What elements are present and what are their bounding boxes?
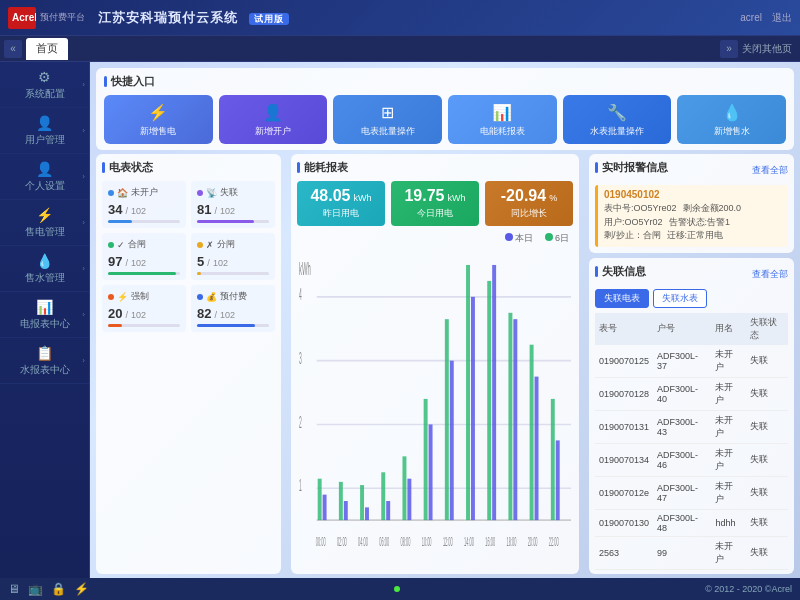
svg-rect-23: [551, 399, 555, 520]
svg-rect-15: [381, 472, 385, 520]
meter-batch-icon: ⊞: [381, 103, 394, 122]
sidebar-item-system[interactable]: ⚙ 系统配置 ›: [0, 62, 89, 108]
svg-text:16:00: 16:00: [485, 534, 495, 549]
logout-btn[interactable]: 退出: [772, 11, 792, 25]
new-account-icon: 👤: [263, 103, 283, 122]
logo-icon: Acrel: [8, 7, 36, 29]
table-row[interactable]: 0190070130ADF300L-48hdhh失联: [595, 509, 788, 536]
table-row[interactable]: 0190070131ADF300L-43未开户失联: [595, 410, 788, 443]
svg-rect-26: [365, 507, 369, 520]
logo-text: 预付费平台: [40, 12, 85, 23]
network-status: [394, 586, 400, 592]
fault-view-all[interactable]: 查看全部: [752, 268, 788, 281]
close-other-tabs-btn[interactable]: 关闭其他页: [742, 42, 792, 56]
status-card-prepaid: 💰 预付费 82 / 102: [191, 285, 275, 332]
energy-report-icon: 📊: [492, 103, 512, 122]
quick-access-panel: 快捷入口 ⚡ 新增售电 👤 新增开户 ⊞ 电表批量操作 📊 电能耗报表: [96, 68, 794, 150]
network-dot: [394, 586, 400, 592]
main-layout: ⚙ 系统配置 › 👤 用户管理 › 👤 个人设置 › ⚡ 售电管理 › 💧 售水…: [0, 62, 800, 578]
col-meter-num: 表号: [595, 313, 653, 345]
monitor-icon[interactable]: 🖥: [8, 582, 20, 596]
svg-rect-12: [318, 479, 322, 520]
stat-today: 19.75 kWh 今日用电: [391, 181, 479, 226]
status-card-open: ✗ 分闸 5 / 102: [191, 233, 275, 280]
fault-title: 失联信息: [595, 264, 646, 279]
table-row[interactable]: 0190070125ADF300L-37未开户失联: [595, 345, 788, 378]
meter-status-title: 电表状态: [102, 160, 275, 175]
quick-btn-new-account[interactable]: 👤 新增开户: [219, 95, 328, 144]
sidebar-item-water-report[interactable]: 📋 水报表中心 ›: [0, 338, 89, 384]
fault-info-panel: 失联信息 查看全部 失联电表 失联水表 表号 户号 用名: [589, 258, 794, 575]
quick-btn-sell-water[interactable]: 💧 新增售水: [677, 95, 786, 144]
alert-view-all[interactable]: 查看全部: [752, 164, 788, 177]
forced-dot: [108, 294, 114, 300]
alert-card: 0190450102 表中号:OO5Yre02 剩余金额200.0 用户:OO5…: [595, 185, 788, 247]
svg-text:06:00: 06:00: [379, 534, 389, 549]
fault-meter-btn[interactable]: 失联电表: [595, 289, 649, 308]
alert-id: 0190450102: [604, 189, 782, 200]
table-row[interactable]: 0190070134ADF300L-46未开户失联: [595, 443, 788, 476]
quick-btn-water-meter-batch[interactable]: 🔧 水表批量操作: [563, 95, 672, 144]
closed-bar: [108, 272, 176, 275]
sidebar-item-water[interactable]: 💧 售水管理 ›: [0, 246, 89, 292]
status-card-forced: ⚡ 强制 20 / 102: [102, 285, 186, 332]
chevron-right-icon: ›: [82, 218, 85, 227]
water-icon: 💧: [36, 253, 53, 269]
header-right: acrel 退出: [740, 11, 792, 25]
tv-icon[interactable]: 📺: [28, 582, 43, 596]
quick-btn-meter-batch[interactable]: ⊞ 电表批量操作: [333, 95, 442, 144]
fault-filter-row: 失联电表 失联水表: [595, 289, 788, 308]
table-row[interactable]: 019007012eADF300L-47未开户失联: [595, 476, 788, 509]
energy-bar-chart: kWh 4 3 2 1: [297, 249, 573, 568]
sidebar-item-user-mgmt[interactable]: 👤 用户管理 ›: [0, 108, 89, 154]
svg-text:22:00: 22:00: [549, 534, 559, 549]
alert-info-panel: 实时报警信息 查看全部 0190450102 表中号:OO5Yre02 剩余金额…: [589, 154, 794, 253]
svg-rect-16: [402, 456, 406, 520]
svg-rect-29: [429, 424, 433, 520]
bottom-panels-row: 电表状态 🏠 未开户 34 / 102: [96, 154, 794, 574]
right-panel: 实时报警信息 查看全部 0190450102 表中号:OO5Yre02 剩余金额…: [589, 154, 794, 574]
user-icon: 👤: [36, 115, 53, 131]
table-row[interactable]: 0190070128ADF300L-40未开户失联: [595, 377, 788, 410]
alert-title: 实时报警信息: [595, 160, 668, 175]
svg-rect-14: [360, 485, 364, 520]
chevron-right-icon: ›: [82, 172, 85, 181]
chevron-right-icon: ›: [82, 310, 85, 319]
fault-water-btn[interactable]: 失联水表: [653, 289, 707, 308]
system-title: 江苏安科瑞预付云系统 试用版: [98, 9, 740, 27]
chart-legend: 本日 6日: [297, 232, 573, 245]
water-report-icon: 📋: [36, 345, 53, 361]
disconnected-bar: [197, 220, 254, 223]
open-bar: [197, 272, 201, 275]
col-username: 用名: [711, 313, 746, 345]
quick-btn-sell-electric[interactable]: ⚡ 新增售电: [104, 95, 213, 144]
sidebar-item-elec-report[interactable]: 📊 电报表中心 ›: [0, 292, 89, 338]
power-icon[interactable]: ⚡: [74, 582, 89, 596]
legend-today-dot: [505, 233, 513, 241]
table-row[interactable]: 256399未开户失联: [595, 536, 788, 569]
quick-btn-energy-report[interactable]: 📊 电能耗报表: [448, 95, 557, 144]
svg-text:12:00: 12:00: [443, 534, 453, 549]
top-header: Acrel 预付费平台 江苏安科瑞预付云系统 试用版 acrel 退出: [0, 0, 800, 36]
svg-rect-18: [445, 319, 449, 520]
water-meter-icon: 🔧: [607, 103, 627, 122]
sidebar-item-personal[interactable]: 👤 个人设置 ›: [0, 154, 89, 200]
lock-icon[interactable]: 🔒: [51, 582, 66, 596]
sell-electric-icon: ⚡: [148, 103, 168, 122]
alert-header: 实时报警信息 查看全部: [595, 160, 788, 181]
sidebar-item-electricity[interactable]: ⚡ 售电管理 ›: [0, 200, 89, 246]
svg-text:14:00: 14:00: [464, 534, 474, 549]
svg-text:1: 1: [299, 477, 302, 496]
chevron-right-icon: ›: [82, 356, 85, 365]
chevron-right-icon: ›: [82, 126, 85, 135]
tab-forward-btn[interactable]: »: [720, 40, 738, 58]
copyright-label: © 2012 - 2020 ©Acrel: [705, 584, 792, 594]
svg-rect-20: [487, 281, 491, 520]
svg-text:4: 4: [299, 285, 302, 304]
svg-rect-24: [323, 495, 327, 521]
electricity-icon: ⚡: [36, 207, 53, 223]
tab-home[interactable]: 首页: [26, 38, 68, 60]
svg-text:kWh: kWh: [299, 257, 311, 279]
tab-back-btn[interactable]: «: [4, 40, 22, 58]
quick-access-title: 快捷入口: [104, 74, 786, 89]
